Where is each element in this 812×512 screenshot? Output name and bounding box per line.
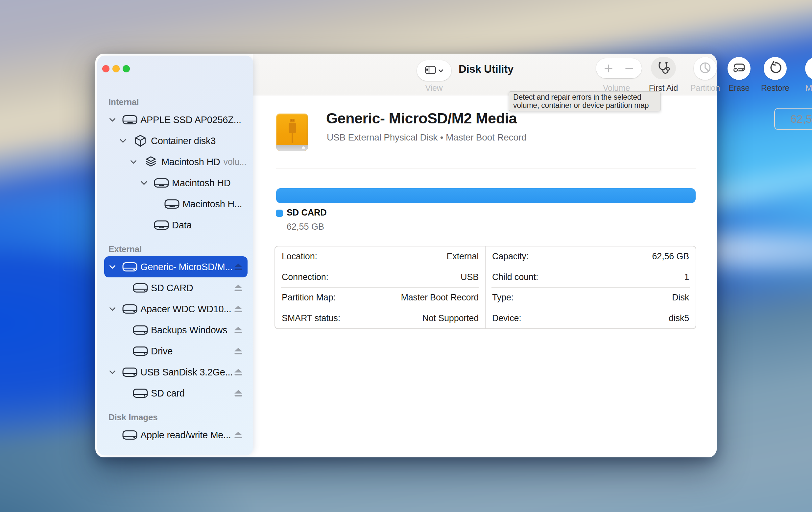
device-details-table: Location: External Connection: USB Parti… xyxy=(274,246,696,329)
restore-button[interactable] xyxy=(764,57,787,80)
eject-icon[interactable] xyxy=(234,389,243,397)
detail-value: External xyxy=(447,251,478,262)
sidebar-device-row[interactable]: USB SanDisk 3.2Ge... xyxy=(104,361,248,383)
window-title: Disk Utility xyxy=(459,63,514,75)
sidebar-device-row[interactable]: Apple read/write Me... xyxy=(104,425,248,446)
eject-icon[interactable] xyxy=(234,326,243,334)
pie-chart-icon xyxy=(699,61,712,76)
sidebar-device-row[interactable]: Macintosh HD xyxy=(104,172,248,193)
device-name: Apple read/write Me... xyxy=(140,430,231,440)
detail-value: Not Supported xyxy=(422,313,478,323)
device-name: Drive xyxy=(151,346,173,357)
device-name: SD CARD xyxy=(151,282,193,294)
detail-value: USB xyxy=(461,272,478,282)
view-button[interactable] xyxy=(417,60,452,81)
toolbar: View Disk Utility Volume F xyxy=(253,54,717,96)
view-button-label: View xyxy=(426,83,443,92)
sidebar-device-row[interactable]: Container disk3 xyxy=(104,130,248,151)
disclosure-chevron-icon[interactable] xyxy=(129,160,138,164)
eject-icon[interactable] xyxy=(234,305,243,313)
detail-row-connection: Connection: USB xyxy=(281,267,479,288)
sidebar-device-row[interactable]: Macintosh HD volu... xyxy=(104,151,248,172)
disclosure-chevron-icon[interactable] xyxy=(140,181,148,185)
sidebar-device-row[interactable]: Drive xyxy=(104,341,248,361)
sidebar-device-row[interactable]: SD card xyxy=(104,383,248,404)
internal-disk-icon xyxy=(154,177,169,189)
stethoscope-icon xyxy=(657,60,670,76)
sidebar-device-row[interactable]: Apacer WDC WD10... xyxy=(104,298,248,320)
volume-group-icon xyxy=(143,156,158,168)
sidebar-section-label: Internal xyxy=(97,95,253,109)
device-name-suffix: volu... xyxy=(224,157,246,167)
detail-label: Device: xyxy=(492,313,521,323)
sidebar-device-row[interactable]: Backups Windows xyxy=(104,320,248,341)
tooltip-line2: volume, container or device partition ma… xyxy=(513,101,656,110)
disk-utility-window: View Disk Utility Volume F xyxy=(95,54,717,457)
partition-usage-bar[interactable] xyxy=(276,188,696,203)
add-volume-icon[interactable] xyxy=(598,63,619,73)
internal-disk-icon xyxy=(154,219,169,231)
device-name: Data xyxy=(172,220,192,231)
remove-volume-icon[interactable] xyxy=(619,63,639,73)
device-tree: Internal APPLE SSD AP0256Z... Container … xyxy=(97,56,253,446)
sidebar-section-label: Disk Images xyxy=(97,410,253,425)
detail-value: Disk xyxy=(672,293,689,303)
disclosure-chevron-icon[interactable] xyxy=(109,371,116,374)
detail-label: Partition Map: xyxy=(282,293,336,303)
device-subtitle: USB External Physical Disk • Master Boot… xyxy=(327,132,526,143)
eject-icon[interactable] xyxy=(234,348,243,355)
detail-label: Type: xyxy=(492,293,514,303)
partition-name: SD CARD xyxy=(287,208,327,218)
sidebar-section-label: External xyxy=(97,242,253,256)
detail-row-child-count: Child count: 1 xyxy=(491,267,690,288)
sidebar-device-row[interactable]: Generic- MicroSD/M... xyxy=(104,256,248,277)
detail-value: Master Boot Record xyxy=(401,293,479,303)
mount-eject-icon xyxy=(810,61,812,76)
eject-icon[interactable] xyxy=(234,263,243,270)
sidebar-device-row[interactable]: SD CARD xyxy=(104,277,248,298)
device-name: APPLE SSD AP0256Z... xyxy=(140,114,241,125)
device-name: USB SanDisk 3.2Ge... xyxy=(140,367,233,378)
detail-label: Location: xyxy=(282,251,317,262)
external-disk-icon xyxy=(133,346,148,357)
sidebar-device-row[interactable]: APPLE SSD AP0256Z... xyxy=(104,109,248,130)
sidebar-device-row[interactable]: Data xyxy=(104,215,248,236)
detail-row-capacity: Capacity: 62,56 GB xyxy=(491,246,690,267)
partition-button[interactable] xyxy=(694,57,717,80)
disclosure-chevron-icon[interactable] xyxy=(109,265,116,269)
detail-label: SMART status: xyxy=(282,313,340,323)
container-icon xyxy=(133,135,148,147)
eject-icon[interactable] xyxy=(234,284,243,292)
external-device-icon xyxy=(276,113,308,151)
add-volume-remove-volume-buttons[interactable] xyxy=(596,58,642,78)
usb-plug-glyph xyxy=(287,119,298,145)
tooltip-line1: Detect and repair errors in the selected xyxy=(513,93,656,102)
erase-button[interactable] xyxy=(727,57,751,80)
chevron-down-icon xyxy=(439,68,443,74)
header-divider xyxy=(276,168,696,168)
erase-button-label: Erase xyxy=(728,83,750,92)
device-name: Macintosh HD xyxy=(162,157,220,167)
mount-button-label: Mount xyxy=(806,83,812,92)
external-disk-icon xyxy=(122,429,138,440)
first-aid-button[interactable] xyxy=(651,57,676,79)
detail-label: Capacity: xyxy=(492,251,529,262)
sidebar-device-row[interactable]: Macintosh H... xyxy=(104,193,248,215)
device-name: Macintosh HD xyxy=(172,178,231,189)
erase-disk-icon xyxy=(732,61,746,76)
external-disk-icon xyxy=(122,367,138,378)
disclosure-chevron-icon[interactable] xyxy=(119,139,127,143)
eject-icon[interactable] xyxy=(234,431,243,439)
capacity-badge: 62,56 GB xyxy=(774,108,812,130)
detail-value: 62,56 GB xyxy=(652,251,689,262)
disclosure-chevron-icon[interactable] xyxy=(109,118,116,122)
main-content: Generic- MicroSD/M2 Media USB External P… xyxy=(253,96,717,457)
device-name: Generic- MicroSD/M... xyxy=(140,262,233,272)
device-icon-led xyxy=(302,146,305,149)
external-disk-icon xyxy=(133,324,148,335)
partition-size: 62,55 GB xyxy=(287,222,324,232)
internal-disk-icon xyxy=(122,114,138,125)
eject-icon[interactable] xyxy=(234,369,243,376)
disclosure-chevron-icon[interactable] xyxy=(109,307,116,311)
detail-row-type: Type: Disk xyxy=(491,288,690,308)
